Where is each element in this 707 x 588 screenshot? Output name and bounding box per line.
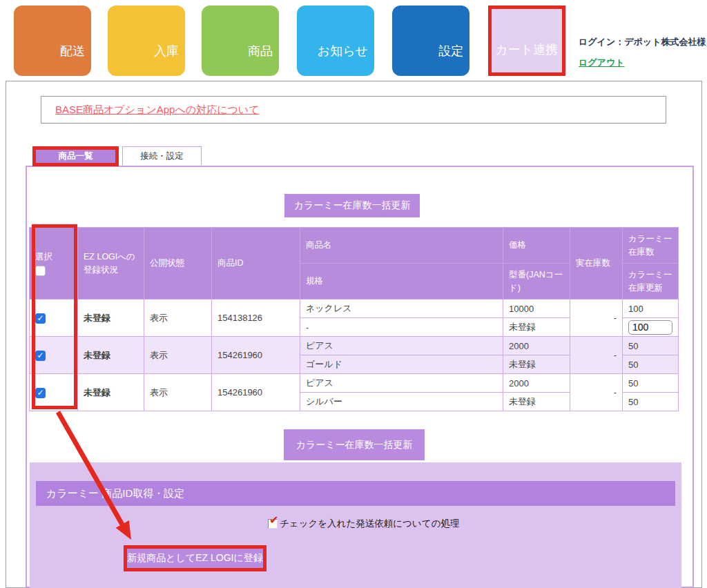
product-name-cell: ピアス bbox=[300, 337, 503, 355]
nav-tile-delivery[interactable]: 配送 bbox=[14, 6, 91, 76]
logout-link[interactable]: ログアウト bbox=[579, 57, 625, 69]
nav-tile-news[interactable]: お知らせ bbox=[297, 6, 374, 76]
row-checkbox[interactable]: ✓ bbox=[35, 388, 46, 398]
red-checkmark-icon: ✔ bbox=[269, 513, 278, 527]
jan-code-cell: 未登録 bbox=[503, 355, 570, 374]
bulk-update-stock-button-top-label: カラーミー在庫数一括更新 bbox=[294, 199, 411, 212]
register-new-product-button-label: 新規商品としてEZ LOGIに登録 bbox=[127, 552, 263, 565]
tab-product-list-label: 商品一覧 bbox=[59, 150, 93, 162]
ezlogi-status-link[interactable]: 未登録 bbox=[84, 350, 110, 360]
notice-link[interactable]: BASE商品オプションAppへの対応について bbox=[55, 104, 260, 117]
nav-tile-cart-link[interactable]: カート連携 bbox=[488, 6, 565, 76]
header-price: 価格 bbox=[503, 228, 570, 264]
nav-tile-delivery-label: 配送 bbox=[60, 43, 85, 59]
spec-cell: - bbox=[300, 318, 503, 337]
colorme-id-section-title: カラーミー 商品ID取得・設定 bbox=[46, 487, 184, 500]
colorme-stock-cell: 50 bbox=[623, 374, 679, 393]
spec-cell: シルバー bbox=[300, 393, 503, 411]
real-stock-cell: - bbox=[570, 300, 623, 337]
publish-state-cell: 表示 bbox=[144, 300, 212, 337]
real-stock-cell: - bbox=[570, 337, 623, 374]
notice-box: BASE商品オプションAppへの対応について bbox=[41, 96, 666, 124]
colorme-id-section-header: カラーミー 商品ID取得・設定 bbox=[36, 481, 675, 506]
nav-tile-product-label: 商品 bbox=[248, 43, 273, 59]
register-new-product-button-highlight: 新規商品としてEZ LOGIに登録 bbox=[124, 545, 267, 571]
price-cell: 10000 bbox=[503, 300, 570, 318]
bulk-update-stock-button-bottom-label: カラーミー在庫数一括更新 bbox=[296, 439, 413, 451]
colorme-update-cell: 50 bbox=[623, 355, 679, 374]
price-cell: 2000 bbox=[503, 374, 570, 393]
table-row: ✓ 未登録 表示 154261960 ピアス 2000 - 50 bbox=[30, 374, 679, 393]
publish-state-cell: 表示 bbox=[144, 374, 212, 411]
nav-tile-product[interactable]: 商品 bbox=[202, 6, 279, 76]
select-all-checkbox[interactable] bbox=[35, 266, 46, 276]
publish-state-cell: 表示 bbox=[144, 337, 212, 374]
colorme-stock-cell: 50 bbox=[623, 337, 679, 355]
bulk-update-stock-button-bottom[interactable]: カラーミー在庫数一括更新 bbox=[284, 429, 425, 460]
colorme-update-cell: 50 bbox=[623, 393, 679, 411]
colorme-stock-cell: 100 bbox=[623, 300, 679, 318]
header-spec: 規格 bbox=[300, 264, 503, 300]
header-colorme-stock: カラーミー在庫数 bbox=[623, 228, 679, 264]
header-colorme-update: カラーミー在庫更新 bbox=[623, 264, 679, 300]
shipping-process-checkbox-label: チェックを入れた発送依頼についての処理 bbox=[280, 518, 459, 530]
bulk-update-stock-button-top[interactable]: カラーミー在庫数一括更新 bbox=[284, 194, 420, 217]
header-ezlogi-status: EZ LOGIへの登録状況 bbox=[78, 228, 144, 300]
nav-tile-settings[interactable]: 設定 bbox=[392, 6, 469, 76]
nav-tile-inbound-label: 入庫 bbox=[154, 43, 179, 59]
nav-tile-settings-label: 設定 bbox=[438, 43, 463, 59]
nav-tile-cart-link-label: カート連携 bbox=[495, 41, 558, 58]
table-row: ✓ 未登録 表示 154138126 ネックレス 10000 - 100 bbox=[30, 300, 679, 318]
header-jan-code: 型番(JANコード) bbox=[503, 264, 570, 300]
spec-cell: ゴールド bbox=[300, 355, 503, 374]
jan-code-cell: 未登録 bbox=[503, 393, 570, 411]
product-name-cell: ネックレス bbox=[300, 300, 503, 318]
product-name-cell: ピアス bbox=[300, 374, 503, 393]
header-real-stock: 実在庫数 bbox=[570, 228, 623, 300]
product-id-cell: 154138126 bbox=[212, 300, 300, 337]
ezlogi-status-link[interactable]: 未登録 bbox=[84, 387, 110, 398]
row-checkbox[interactable]: ✓ bbox=[35, 351, 46, 361]
real-stock-cell: - bbox=[570, 374, 623, 411]
nav-tile-inbound[interactable]: 入庫 bbox=[108, 6, 185, 76]
tab-connection-settings-label: 接続・設定 bbox=[140, 150, 184, 162]
login-company-label: ログイン：デポット株式会社様 bbox=[579, 36, 706, 48]
ezlogi-status-link[interactable]: 未登録 bbox=[84, 313, 110, 323]
shipping-process-checkbox[interactable]: ✔ bbox=[268, 519, 278, 529]
register-new-product-button[interactable]: 新規商品としてEZ LOGIに登録 bbox=[127, 549, 263, 568]
header-publish-state: 公開状態 bbox=[144, 228, 212, 300]
jan-code-cell: 未登録 bbox=[503, 318, 570, 337]
header-product-name: 商品名 bbox=[300, 228, 503, 264]
login-info: ログイン：デポット株式会社様 ログアウト bbox=[579, 36, 706, 69]
nav-tile-news-label: お知らせ bbox=[318, 43, 368, 59]
header-product-id: 商品ID bbox=[212, 228, 300, 300]
row-checkbox[interactable]: ✓ bbox=[35, 313, 46, 324]
header-select: 選択 bbox=[30, 228, 78, 300]
product-id-cell: 154261960 bbox=[212, 374, 300, 411]
product-id-cell: 154261960 bbox=[212, 337, 300, 374]
price-cell: 2000 bbox=[503, 337, 570, 355]
shipping-process-option: ✔ チェックを入れた発送依頼についての処理 bbox=[268, 518, 459, 530]
products-table: 選択 EZ LOGIへの登録状況 公開状態 商品ID 商品名 価格 実在庫数 カ… bbox=[29, 227, 679, 411]
tab-connection-settings[interactable]: 接続・設定 bbox=[122, 146, 202, 165]
table-row: ✓ 未登録 表示 154261960 ピアス 2000 - 50 bbox=[30, 337, 679, 355]
header-select-label: 選択 bbox=[35, 251, 72, 263]
tab-product-list[interactable]: 商品一覧 bbox=[32, 146, 119, 166]
colorme-update-input[interactable] bbox=[628, 320, 672, 335]
